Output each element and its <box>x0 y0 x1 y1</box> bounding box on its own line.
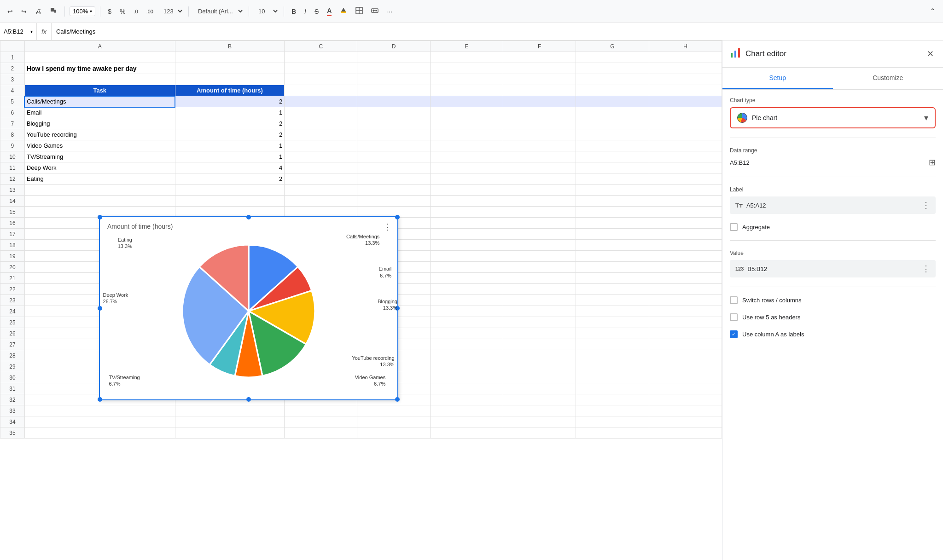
cell-b15[interactable] <box>175 207 284 218</box>
cell-g4[interactable] <box>576 85 649 96</box>
cell-g14[interactable] <box>576 196 649 207</box>
cell-f26[interactable] <box>503 328 576 339</box>
cell-b35[interactable] <box>175 427 284 439</box>
table-row[interactable]: 12Eating2 <box>0 173 722 185</box>
grid-icon[interactable]: ⊞ <box>929 157 936 167</box>
cell-c15[interactable] <box>285 207 357 218</box>
cell-b8[interactable]: 2 <box>175 129 284 140</box>
cell-f25[interactable] <box>503 317 576 328</box>
cell-reference[interactable]: A5:B12 ▾ <box>0 23 37 40</box>
cell-c11[interactable] <box>285 162 357 173</box>
table-row[interactable]: 1 <box>0 52 722 63</box>
cell-g13[interactable] <box>576 185 649 196</box>
col-header-e[interactable]: E <box>430 41 503 52</box>
tab-setup[interactable]: Setup <box>722 68 833 89</box>
cell-g32[interactable] <box>576 394 649 405</box>
font-size-select[interactable]: 10 <box>254 6 279 17</box>
paint-format-button[interactable] <box>47 5 60 17</box>
bold-button[interactable]: B <box>289 6 299 17</box>
col-header-h[interactable]: H <box>649 41 722 52</box>
cell-g25[interactable] <box>576 317 649 328</box>
cell-a4[interactable]: Task <box>24 85 175 96</box>
cell-a1[interactable] <box>24 52 175 63</box>
table-row[interactable]: 7Blogging2 <box>0 118 722 129</box>
cell-f32[interactable] <box>503 394 576 405</box>
col-header-d[interactable]: D <box>357 41 430 52</box>
table-row[interactable]: 10TV/Streaming1 <box>0 151 722 162</box>
cell-c4[interactable] <box>285 85 357 96</box>
cell-d6[interactable] <box>357 107 430 118</box>
cell-g3[interactable] <box>576 74 649 85</box>
cell-g11[interactable] <box>576 162 649 173</box>
cell-e25[interactable] <box>430 317 503 328</box>
cell-g15[interactable] <box>576 207 649 218</box>
cell-g23[interactable] <box>576 295 649 306</box>
cell-c6[interactable] <box>285 107 357 118</box>
cell-d10[interactable] <box>357 151 430 162</box>
merge-button[interactable] <box>368 5 381 17</box>
col-header-g[interactable]: G <box>576 41 649 52</box>
cell-g28[interactable] <box>576 350 649 361</box>
cell-b2[interactable] <box>175 63 284 74</box>
cell-h19[interactable] <box>649 251 722 262</box>
undo-button[interactable]: ↩ <box>5 6 16 17</box>
cell-f27[interactable] <box>503 339 576 350</box>
cell-e27[interactable] <box>430 339 503 350</box>
cell-a7[interactable]: Blogging <box>24 118 175 129</box>
cell-c5[interactable] <box>285 96 357 107</box>
currency-button[interactable]: $ <box>105 6 114 17</box>
cell-h35[interactable] <box>649 427 722 439</box>
cell-f31[interactable] <box>503 383 576 394</box>
resize-handle-br[interactable] <box>395 397 400 402</box>
decimal0-button[interactable]: .0 <box>131 7 141 16</box>
cell-e3[interactable] <box>430 74 503 85</box>
cell-e21[interactable] <box>430 273 503 284</box>
cell-e17[interactable] <box>430 229 503 240</box>
borders-button[interactable] <box>353 5 366 17</box>
cell-f19[interactable] <box>503 251 576 262</box>
cell-h7[interactable] <box>649 118 722 129</box>
cell-h12[interactable] <box>649 173 722 185</box>
resize-handle-tl[interactable] <box>98 215 102 219</box>
cell-e20[interactable] <box>430 262 503 273</box>
cell-e24[interactable] <box>430 306 503 317</box>
cell-a8[interactable]: YouTube recording <box>24 129 175 140</box>
cell-f11[interactable] <box>503 162 576 173</box>
cell-g35[interactable] <box>576 427 649 439</box>
cell-c13[interactable] <box>285 185 357 196</box>
cell-g6[interactable] <box>576 107 649 118</box>
cell-f1[interactable] <box>503 52 576 63</box>
cell-g29[interactable] <box>576 361 649 372</box>
cell-g24[interactable] <box>576 306 649 317</box>
cell-g9[interactable] <box>576 140 649 151</box>
cell-c1[interactable] <box>285 52 357 63</box>
cell-a10[interactable]: TV/Streaming <box>24 151 175 162</box>
cell-b4[interactable]: Amount of time (hours) <box>175 85 284 96</box>
cell-h23[interactable] <box>649 295 722 306</box>
cell-g20[interactable] <box>576 262 649 273</box>
cell-h6[interactable] <box>649 107 722 118</box>
cell-a3[interactable] <box>24 74 175 85</box>
cell-h32[interactable] <box>649 394 722 405</box>
cell-e13[interactable] <box>430 185 503 196</box>
cell-e1[interactable] <box>430 52 503 63</box>
cell-h29[interactable] <box>649 361 722 372</box>
cell-h26[interactable] <box>649 328 722 339</box>
cell-f33[interactable] <box>503 405 576 416</box>
table-row[interactable]: 2How I spend my time awake per day <box>0 63 722 74</box>
table-row[interactable]: 15 <box>0 207 722 218</box>
cell-g19[interactable] <box>576 251 649 262</box>
cell-g27[interactable] <box>576 339 649 350</box>
cell-b13[interactable] <box>175 185 284 196</box>
cell-g18[interactable] <box>576 240 649 251</box>
cell-h15[interactable] <box>649 207 722 218</box>
cell-c35[interactable] <box>285 427 357 439</box>
cell-h8[interactable] <box>649 129 722 140</box>
cell-h16[interactable] <box>649 218 722 229</box>
cell-c10[interactable] <box>285 151 357 162</box>
resize-handle-tm[interactable] <box>246 215 251 219</box>
cell-a11[interactable]: Deep Work <box>24 162 175 173</box>
cell-a35[interactable] <box>24 427 175 439</box>
cell-d3[interactable] <box>357 74 430 85</box>
cell-h28[interactable] <box>649 350 722 361</box>
